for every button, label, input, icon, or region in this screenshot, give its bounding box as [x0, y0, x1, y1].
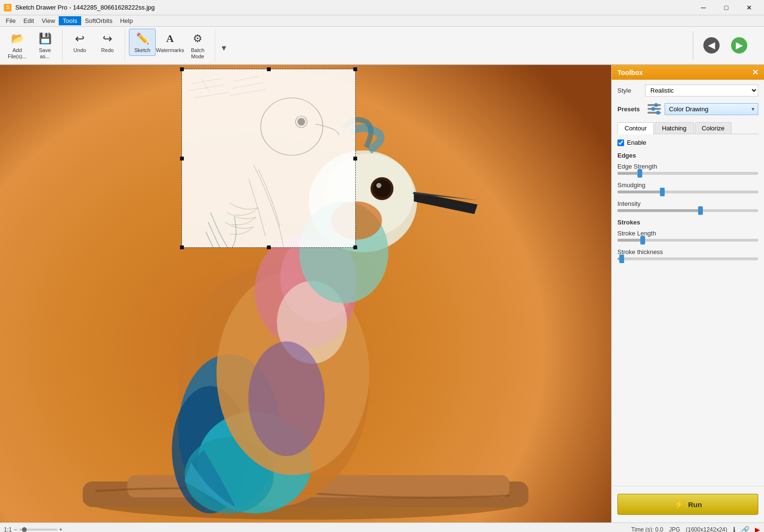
style-select[interactable]: Realistic Pencil Charcoal Pen: [645, 85, 758, 96]
sliders-icon: [647, 102, 661, 116]
handle-bl[interactable]: [180, 245, 184, 249]
zoom-out-button[interactable]: −: [14, 526, 17, 532]
selection-box[interactable]: [181, 69, 356, 248]
svg-line-21: [191, 79, 220, 84]
zoom-area: 1:1 − +: [4, 526, 63, 532]
dimensions-label: (1600x1242x24): [686, 526, 727, 532]
handle-br[interactable]: [353, 245, 357, 249]
menu-edit[interactable]: Edit: [20, 16, 38, 25]
stroke-thickness-label: Stroke thickness: [617, 248, 758, 255]
zoom-slider-thumb[interactable]: [22, 527, 27, 532]
save-as-button[interactable]: 💾 Saveas...: [32, 29, 58, 62]
strokes-section: Strokes Stroke Length Stroke thickness: [617, 219, 758, 260]
tab-hatching[interactable]: Hatching: [655, 122, 693, 134]
toolbar-more[interactable]: ▼: [219, 43, 229, 62]
intensity-thumb[interactable]: [698, 206, 703, 215]
zoom-slider[interactable]: [19, 529, 57, 531]
stroke-thickness-thumb[interactable]: [619, 255, 624, 263]
handle-bm[interactable]: [267, 245, 271, 249]
redo-icon: ↪: [100, 31, 115, 46]
menubar: File Edit View Tools SoftOrbits Help: [0, 15, 764, 27]
tab-colorize[interactable]: Colorize: [695, 122, 732, 134]
edge-strength-row: Edge Strength: [617, 163, 758, 175]
handle-mr[interactable]: [353, 157, 357, 160]
maximize-button[interactable]: □: [715, 0, 737, 15]
toolbox-header: Toolbox ✕: [612, 65, 764, 80]
enable-checkbox[interactable]: [617, 139, 624, 146]
previous-button[interactable]: ◀: [698, 32, 725, 59]
next-button[interactable]: ▶: [726, 32, 753, 59]
titlebar-controls: ─ □ ✕: [692, 0, 760, 15]
canvas-background: [0, 65, 611, 522]
toolbar-file-group: 📂 AddFile(s)... 💾 Saveas...: [4, 29, 63, 62]
stroke-length-slider[interactable]: [617, 239, 758, 242]
redo-button[interactable]: ↪ Redo: [94, 29, 121, 56]
toolbox-title: Toolbox: [617, 69, 643, 76]
watermarks-button[interactable]: A Watermarks: [157, 29, 183, 56]
edge-strength-thumb[interactable]: [637, 169, 642, 178]
handle-tr[interactable]: [353, 67, 357, 71]
watermarks-label: Watermarks: [156, 47, 184, 53]
add-file-button[interactable]: 📂 AddFile(s)...: [4, 29, 31, 62]
info-icon[interactable]: ℹ: [733, 526, 735, 532]
stroke-length-thumb[interactable]: [640, 236, 645, 245]
svg-point-13: [248, 341, 325, 456]
smudging-thumb[interactable]: [660, 188, 665, 196]
save-label: Saveas...: [39, 47, 51, 60]
zoom-level: 1:1: [4, 526, 12, 532]
toolbox-panel: Toolbox ✕ Style Realistic Pencil Charcoa…: [611, 65, 764, 522]
style-row: Style Realistic Pencil Charcoal Pen: [617, 85, 758, 96]
close-button[interactable]: ✕: [738, 0, 760, 15]
intensity-slider[interactable]: [617, 209, 758, 212]
tab-contour[interactable]: Contour: [617, 122, 654, 134]
smudging-slider[interactable]: [617, 191, 758, 193]
style-label: Style: [617, 87, 641, 94]
run-button[interactable]: ⚡ Run: [617, 494, 758, 515]
undo-icon: ↩: [72, 31, 87, 46]
undo-button[interactable]: ↩ Undo: [66, 29, 93, 56]
format-label: JPG: [669, 526, 680, 532]
next-icon: ▶: [731, 37, 747, 53]
enable-row: Enable: [617, 139, 758, 146]
titlebar-title: Sketch Drawer Pro - 1442285_80661628222s…: [15, 4, 155, 11]
youtube-icon[interactable]: ▶: [755, 526, 760, 532]
menu-tools[interactable]: Tools: [59, 16, 81, 25]
toolbox-body: Style Realistic Pencil Charcoal Pen Pres…: [612, 80, 764, 486]
enable-label[interactable]: Enable: [627, 139, 646, 146]
menu-file[interactable]: File: [2, 16, 20, 25]
handle-tl[interactable]: [180, 67, 184, 71]
previous-icon: ◀: [703, 37, 720, 53]
sketch-label: Sketch: [134, 47, 150, 53]
time-label: Time (s): 0.0: [631, 526, 663, 532]
toolbox-close-button[interactable]: ✕: [752, 68, 758, 77]
presets-select[interactable]: Color Drawing Black & White Watercolor P…: [665, 103, 758, 115]
presets-label: Presets: [617, 106, 644, 113]
batch-icon: ⚙: [190, 31, 205, 46]
sketch-svg: [182, 69, 355, 247]
svg-line-25: [234, 76, 258, 81]
menu-softorbits[interactable]: SoftOrbits: [81, 16, 117, 25]
toolbar-edit-group: ↩ Undo ↪ Redo: [66, 29, 125, 62]
add-file-label: AddFile(s)...: [8, 47, 27, 60]
canvas-area[interactable]: [0, 65, 611, 522]
sketch-button[interactable]: ✏️ Sketch: [129, 29, 156, 56]
menu-view[interactable]: View: [38, 16, 59, 25]
svg-point-30: [297, 118, 305, 126]
undo-label: Undo: [74, 47, 86, 53]
menu-help[interactable]: Help: [116, 16, 137, 25]
share-icon[interactable]: 🔗: [741, 526, 749, 532]
stroke-thickness-slider[interactable]: [617, 257, 758, 260]
edge-strength-slider[interactable]: [617, 172, 758, 175]
svg-line-26: [232, 83, 263, 88]
batch-mode-button[interactable]: ⚙ BatchMode: [184, 29, 211, 62]
minimize-button[interactable]: ─: [692, 0, 714, 15]
handle-ml[interactable]: [180, 157, 184, 160]
edges-heading: Edges: [617, 152, 758, 159]
titlebar: S Sketch Drawer Pro - 1442285_8066162822…: [0, 0, 764, 15]
svg-line-27: [230, 89, 265, 96]
watermarks-icon: A: [162, 31, 178, 46]
zoom-in-button[interactable]: +: [59, 526, 63, 532]
svg-line-23: [194, 92, 230, 98]
handle-tm[interactable]: [267, 67, 271, 71]
sketch-icon: ✏️: [135, 31, 150, 46]
